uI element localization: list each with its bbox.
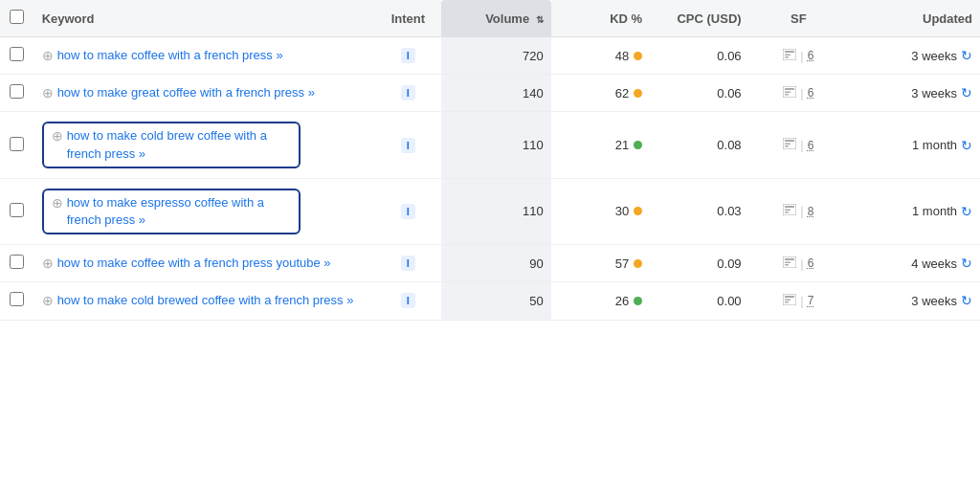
- keyword-cell: ⊕how to make coffee with a french press …: [34, 245, 375, 282]
- updated-text: 4 weeks: [911, 256, 957, 271]
- refresh-icon[interactable]: ↻: [961, 293, 972, 308]
- keyword-cell: ⊕how to make espresso coffee with a fren…: [34, 178, 375, 244]
- keyword-link[interactable]: ⊕how to make espresso coffee with a fren…: [52, 194, 291, 229]
- cpc-cell: 0.08: [650, 112, 748, 178]
- table-header-row: Keyword Intent Volume ⇅ KD % CPC (USD) S…: [0, 0, 980, 37]
- kd-number: 30: [615, 204, 629, 218]
- refresh-icon[interactable]: ↻: [961, 48, 972, 63]
- updated-content: 3 weeks↻: [856, 85, 972, 100]
- row-checkbox[interactable]: [10, 292, 24, 306]
- refresh-icon[interactable]: ↻: [961, 138, 972, 153]
- table-body: ⊕how to make coffee with a french press …: [0, 37, 980, 321]
- svg-rect-19: [785, 264, 789, 266]
- sf-content: |6: [757, 86, 840, 100]
- updated-cell: 4 weeks↻: [848, 245, 980, 282]
- kd-number: 57: [615, 256, 629, 271]
- header-keyword: Keyword: [34, 0, 375, 37]
- intent-cell: I: [375, 245, 441, 282]
- intent-cell: I: [375, 112, 441, 178]
- add-circle-icon: ⊕: [42, 48, 54, 63]
- sort-icon: ⇅: [536, 14, 544, 25]
- kd-cell: 26: [551, 282, 650, 320]
- intent-cell: I: [375, 282, 441, 320]
- header-volume[interactable]: Volume ⇅: [441, 0, 551, 37]
- refresh-icon[interactable]: ↻: [961, 256, 972, 271]
- sf-content: |6: [757, 138, 840, 152]
- sf-number: 6: [808, 49, 814, 62]
- keyword-text: how to make great coffee with a french p…: [57, 84, 315, 101]
- intent-badge: I: [401, 256, 415, 271]
- add-circle-icon: ⊕: [42, 293, 54, 308]
- keyword-link[interactable]: ⊕how to make coffee with a french press …: [42, 47, 368, 64]
- intent-badge: I: [401, 293, 415, 308]
- updated-text: 1 month: [912, 204, 957, 218]
- sf-divider: |: [800, 204, 803, 218]
- updated-content: 1 month↻: [856, 204, 972, 219]
- updated-content: 3 weeks↻: [856, 48, 972, 63]
- header-checkbox-col: [0, 0, 34, 37]
- keyword-link[interactable]: ⊕how to make cold brewed coffee with a f…: [42, 292, 368, 309]
- select-all-checkbox[interactable]: [10, 10, 24, 24]
- sf-icon: [783, 86, 796, 100]
- header-kd: KD %: [551, 0, 650, 37]
- add-circle-icon: ⊕: [42, 85, 54, 100]
- row-checkbox[interactable]: [10, 137, 24, 151]
- svg-rect-2: [785, 54, 791, 56]
- kd-number: 48: [615, 49, 629, 63]
- updated-content: 1 month↻: [856, 138, 972, 153]
- row-checkbox[interactable]: [10, 203, 24, 217]
- row-checkbox[interactable]: [10, 255, 24, 269]
- keyword-table-container: Keyword Intent Volume ⇅ KD % CPC (USD) S…: [0, 0, 980, 321]
- table-row: ⊕how to make great coffee with a french …: [0, 75, 980, 112]
- sf-divider: |: [800, 294, 803, 308]
- svg-rect-11: [785, 145, 789, 147]
- svg-rect-7: [785, 94, 789, 96]
- volume-cell: 110: [441, 178, 551, 244]
- intent-badge: I: [401, 85, 415, 100]
- kd-dot: [634, 297, 642, 305]
- row-checkbox[interactable]: [10, 47, 24, 61]
- updated-cell: 3 weeks↻: [848, 37, 980, 75]
- volume-cell: 50: [441, 282, 551, 320]
- row-checkbox-cell: [0, 75, 34, 112]
- intent-cell: I: [375, 75, 441, 112]
- kd-value: 62: [559, 86, 642, 100]
- refresh-icon[interactable]: ↻: [961, 85, 972, 100]
- volume-cell: 90: [441, 245, 551, 282]
- volume-cell: 110: [441, 112, 551, 178]
- refresh-icon[interactable]: ↻: [961, 204, 972, 219]
- kd-dot: [634, 259, 642, 268]
- kd-cell: 62: [551, 75, 650, 112]
- keyword-link[interactable]: ⊕how to make cold brew coffee with a fre…: [52, 127, 291, 162]
- updated-cell: 1 month↻: [848, 178, 980, 244]
- updated-text: 3 weeks: [911, 49, 957, 63]
- svg-rect-3: [785, 56, 789, 58]
- sf-divider: |: [800, 138, 803, 152]
- updated-cell: 3 weeks↻: [848, 75, 980, 112]
- cpc-cell: 0.03: [650, 178, 748, 244]
- cpc-cell: 0.06: [650, 37, 748, 75]
- keyword-table: Keyword Intent Volume ⇅ KD % CPC (USD) S…: [0, 0, 980, 321]
- cpc-cell: 0.00: [650, 282, 748, 320]
- kd-cell: 21: [551, 112, 650, 178]
- keyword-link[interactable]: ⊕how to make coffee with a french press …: [42, 255, 368, 272]
- sf-number: 6: [808, 86, 814, 100]
- keyword-link[interactable]: ⊕how to make great coffee with a french …: [42, 84, 368, 101]
- updated-cell: 1 month↻: [848, 112, 980, 178]
- kd-cell: 30: [551, 178, 650, 244]
- sf-content: |6: [757, 256, 840, 271]
- sf-cell: |6: [749, 245, 848, 282]
- header-updated: Updated: [848, 0, 980, 37]
- keyword-cell: ⊕how to make cold brew coffee with a fre…: [34, 112, 375, 178]
- row-checkbox[interactable]: [10, 84, 24, 99]
- sf-cell: |6: [749, 112, 848, 178]
- updated-text: 3 weeks: [911, 86, 957, 100]
- sf-content: |8: [757, 204, 840, 218]
- updated-text: 3 weeks: [911, 294, 957, 308]
- sf-cell: |6: [749, 37, 848, 75]
- kd-cell: 57: [551, 245, 650, 282]
- keyword-text: how to make coffee with a french press »: [57, 47, 283, 64]
- kd-cell: 48: [551, 37, 650, 75]
- svg-rect-18: [785, 261, 791, 263]
- header-cpc: CPC (USD): [650, 0, 748, 37]
